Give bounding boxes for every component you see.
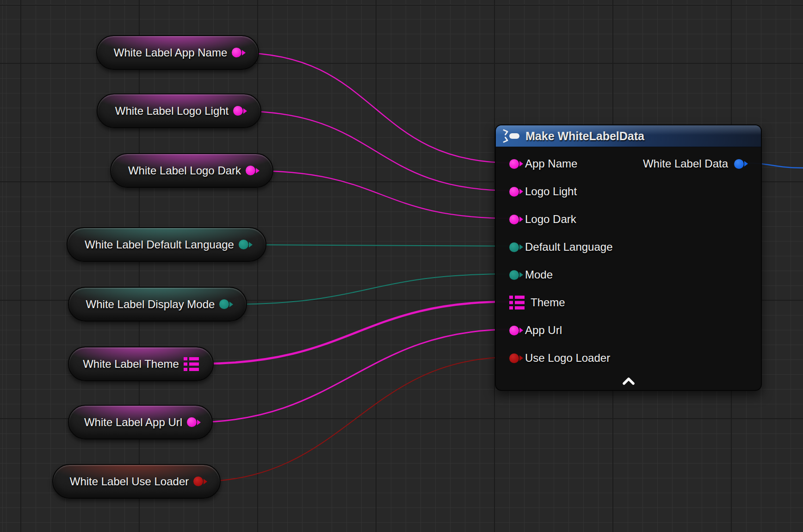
make-node-pin-list: App NameLogo LightLogo DarkDefault Langu… <box>496 147 761 372</box>
wire-string[interactable] <box>192 329 512 422</box>
output-pin[interactable] <box>239 240 248 249</box>
input-pin-label: App Url <box>525 325 562 336</box>
struct-input-pin-theme[interactable] <box>509 295 525 310</box>
wire-string[interactable] <box>239 111 512 191</box>
input-pin-logo-dark[interactable] <box>509 215 519 224</box>
input-pin-row-theme: Theme <box>496 289 761 316</box>
make-struct-icon <box>502 129 520 143</box>
make-node-title: Make WhiteLabelData <box>525 130 644 142</box>
output-pin[interactable] <box>232 48 241 57</box>
chevron-up-icon <box>622 377 636 385</box>
variable-node-white-label-default-language[interactable]: White Label Default Language <box>67 227 266 262</box>
variable-node-white-label-app-name[interactable]: White Label App Name <box>96 35 259 70</box>
input-pin-default-language[interactable] <box>509 242 519 252</box>
variable-node-white-label-use-loader[interactable]: White Label Use Loader <box>52 464 221 499</box>
variable-node-label: White Label Display Mode <box>86 299 215 310</box>
input-pin-row-mode: Mode <box>496 261 761 289</box>
make-struct-node[interactable]: Make WhiteLabelData App NameLogo LightLo… <box>495 124 762 391</box>
variable-node-label: White Label Default Language <box>85 239 234 250</box>
input-pin-row-use-logo-loader: Use Logo Loader <box>496 344 761 372</box>
input-pin-label: App Name <box>525 158 577 169</box>
input-pin-row-app-url: App Url <box>496 316 761 344</box>
variable-node-label: White Label Logo Dark <box>128 165 241 176</box>
variable-node-white-label-display-mode[interactable]: White Label Display Mode <box>68 287 247 322</box>
input-pin-app-url[interactable] <box>509 326 519 335</box>
variable-node-label: White Label Use Loader <box>70 476 189 487</box>
variable-node-white-label-app-url[interactable]: White Label App Url <box>68 405 213 439</box>
input-pin-row-default-language: Default Language <box>496 233 761 261</box>
collapse-node-button[interactable] <box>621 376 636 386</box>
wire-string[interactable] <box>237 53 512 163</box>
make-node-header[interactable]: Make WhiteLabelData <box>496 125 761 147</box>
input-pin-label: Default Language <box>525 241 613 253</box>
blueprint-canvas[interactable]: White Label App NameWhite Label Logo Lig… <box>0 0 803 532</box>
input-pin-use-logo-loader[interactable] <box>509 353 519 363</box>
output-pin[interactable] <box>246 166 255 175</box>
variable-node-label: White Label Theme <box>83 359 179 370</box>
output-pin-row: White Label Data <box>643 150 761 178</box>
wire-enum[interactable] <box>245 245 512 246</box>
wire-string[interactable] <box>251 171 512 218</box>
white-label-data-output-pin[interactable] <box>734 159 744 169</box>
variable-node-label: White Label Logo Light <box>115 105 229 117</box>
input-pin-label: Use Logo Loader <box>525 353 610 364</box>
input-pin-label: Theme <box>531 297 565 308</box>
input-pin-app-name[interactable] <box>509 159 519 169</box>
input-pin-mode[interactable] <box>509 270 519 280</box>
variable-node-white-label-logo-light[interactable]: White Label Logo Light <box>97 93 261 128</box>
output-pin-label: White Label Data <box>643 158 728 169</box>
variable-node-white-label-theme[interactable]: White Label Theme <box>68 346 214 381</box>
output-pin[interactable] <box>233 106 243 116</box>
wire-bool[interactable] <box>198 357 512 482</box>
variable-node-label: White Label App Url <box>84 417 182 428</box>
input-pin-label: Logo Light <box>525 186 577 197</box>
input-pin-label: Mode <box>525 269 553 280</box>
variable-node-white-label-logo-dark[interactable]: White Label Logo Dark <box>110 153 273 188</box>
wire-enum[interactable] <box>225 274 512 304</box>
input-pin-row-logo-light: Logo Light <box>496 178 761 205</box>
output-pin[interactable] <box>193 476 203 486</box>
input-pin-row-logo-dark: Logo Dark <box>496 205 761 233</box>
input-pin-logo-light[interactable] <box>509 187 519 197</box>
struct-output-pin[interactable] <box>184 357 199 371</box>
variable-node-label: White Label App Name <box>114 47 227 58</box>
input-pin-label: Logo Dark <box>525 214 576 225</box>
output-pin[interactable] <box>219 299 229 309</box>
output-pin[interactable] <box>187 417 197 427</box>
